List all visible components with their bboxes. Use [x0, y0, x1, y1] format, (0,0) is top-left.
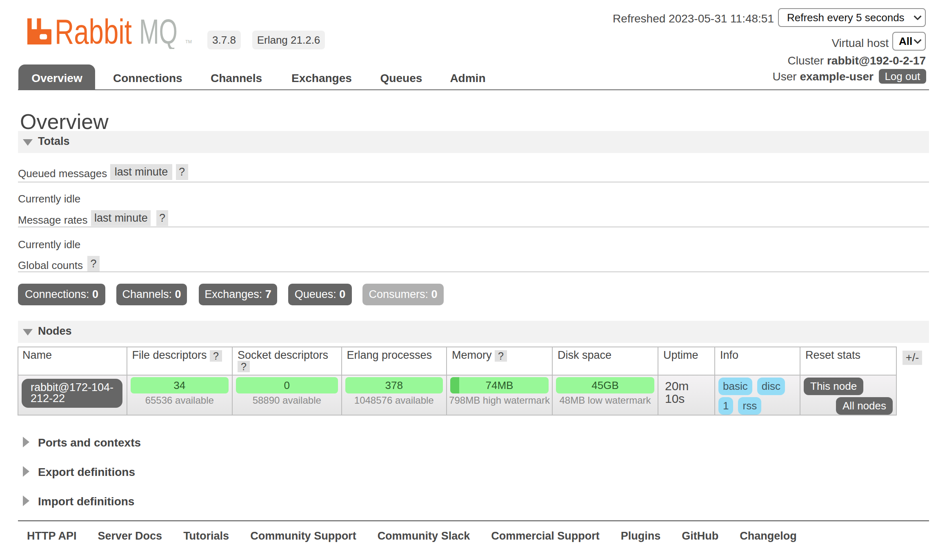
svg-text:Rabbit: Rabbit — [55, 15, 132, 49]
svg-text:MQ: MQ — [139, 15, 178, 49]
svg-text:TM: TM — [185, 39, 192, 44]
